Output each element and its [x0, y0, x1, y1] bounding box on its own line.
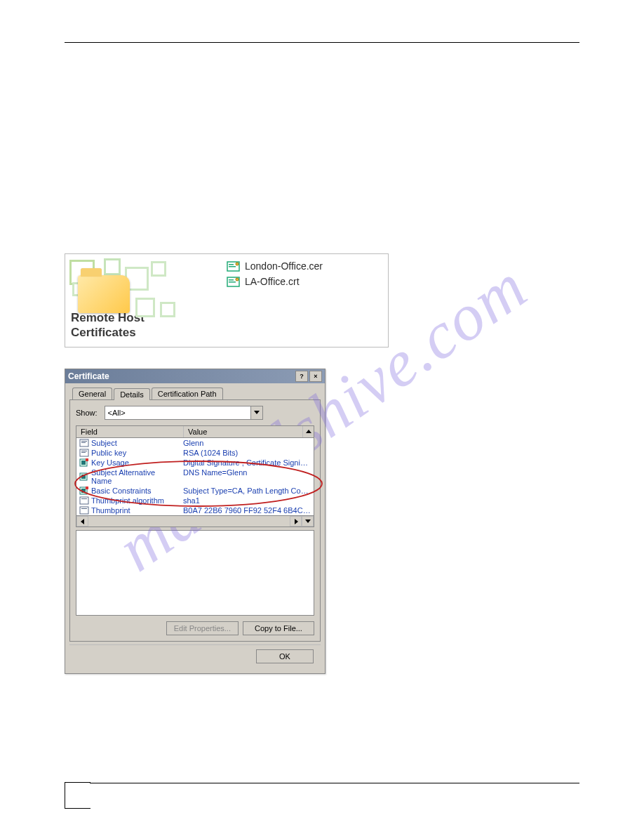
deco-square-icon	[135, 298, 155, 317]
field-label: Public key	[91, 449, 126, 457]
svg-rect-15	[81, 461, 86, 465]
list-row[interactable]: Subject Glenn	[76, 438, 314, 448]
field-label: Key Usage	[91, 458, 129, 467]
field-value: Digital Signature , Certificate Signing(…	[183, 458, 314, 467]
panel-title-line2: Certificates	[71, 326, 136, 339]
panel-left-art: Remote Host Certificates	[65, 254, 227, 347]
list-row[interactable]: Public key RSA (1024 Bits)	[76, 448, 314, 458]
tab-general-label: General	[79, 390, 106, 398]
scroll-right-button[interactable]	[290, 516, 302, 527]
show-filter-value: <All>	[108, 409, 126, 417]
svg-rect-5	[229, 279, 234, 281]
svg-rect-12	[81, 451, 87, 451]
footer-divider	[90, 783, 579, 783]
tab-details-pane: Show: <All> Field Value	[69, 399, 321, 642]
list-row[interactable]: Subject Alternative Name DNS Name=Glenn	[76, 468, 314, 486]
show-filter-dropdown[interactable]: <All>	[105, 406, 263, 420]
svg-rect-1	[229, 264, 234, 265]
field-label: Subject	[91, 439, 117, 447]
panel-title: Remote Host Certificates	[65, 311, 145, 340]
cert-file-label: London-Office.cer	[245, 260, 323, 272]
button-label: OK	[279, 652, 290, 661]
scroll-up-button[interactable]	[302, 426, 314, 437]
cert-field-listbox[interactable]: Field Value Subject Glenn Public key RSA…	[76, 425, 314, 527]
svg-rect-2	[229, 266, 236, 267]
svg-rect-23	[81, 498, 87, 499]
panel-title-line1: Remote Host	[71, 311, 145, 324]
svg-rect-10	[81, 442, 86, 443]
deco-square-icon	[104, 258, 121, 275]
horizontal-scrollbar[interactable]	[76, 515, 314, 527]
help-button[interactable]: ?	[295, 371, 308, 382]
field-label: Thumbprint	[91, 506, 130, 515]
button-label: Edit Properties...	[174, 624, 231, 633]
svg-rect-22	[80, 497, 88, 504]
field-doc-icon	[79, 439, 89, 447]
scroll-left-button[interactable]	[76, 516, 88, 527]
scroll-down-button[interactable]	[302, 516, 314, 527]
field-label: Subject Alternative Name	[91, 468, 177, 485]
question-icon: ?	[300, 373, 304, 380]
list-header: Field Value	[76, 426, 314, 438]
field-value: Subject Type=CA, Path Length Cons...	[183, 486, 314, 495]
tab-certpath-label: Certification Path	[158, 390, 217, 398]
list-row[interactable]: Thumbprint B0A7 22B6 7960 FF92 52F4 6B4C…	[76, 505, 314, 515]
scroll-track[interactable]	[88, 516, 290, 527]
field-value: B0A7 22B6 7960 FF92 52F4 6B4C A2...	[183, 506, 314, 515]
field-ext-icon	[79, 458, 89, 467]
certificate-file-icon	[227, 260, 242, 272]
field-doc-icon	[79, 449, 89, 457]
svg-rect-21	[86, 486, 88, 489]
deco-square-icon	[151, 261, 166, 277]
svg-rect-20	[81, 489, 86, 493]
show-label: Show:	[76, 409, 98, 417]
field-value: RSA (1024 Bits)	[183, 449, 238, 457]
svg-rect-16	[86, 458, 88, 461]
certificate-file-icon	[227, 275, 242, 288]
svg-rect-18	[81, 475, 86, 479]
cert-file-label: LA-Office.crt	[245, 276, 300, 287]
field-ext-icon	[79, 486, 89, 495]
svg-rect-9	[81, 441, 87, 442]
list-row[interactable]: Key Usage Digital Signature , Certificat…	[76, 458, 314, 468]
page-number-box	[65, 782, 90, 809]
cert-file-item[interactable]: LA-Office.crt	[227, 274, 388, 289]
svg-rect-24	[80, 507, 88, 514]
svg-rect-13	[81, 452, 86, 453]
svg-point-7	[236, 278, 239, 281]
svg-rect-25	[81, 508, 87, 509]
col-header-field[interactable]: Field	[76, 426, 184, 437]
field-value: DNS Name=Glenn	[183, 468, 247, 477]
field-value: Glenn	[183, 439, 203, 447]
remote-host-cert-panel: Remote Host Certificates London-Office.c…	[65, 253, 389, 348]
header-divider	[65, 42, 579, 43]
list-row[interactable]: Thumbprint algorithm sha1	[76, 496, 314, 505]
deco-square-icon	[160, 302, 175, 317]
tab-certification-path[interactable]: Certification Path	[152, 388, 223, 399]
cert-file-item[interactable]: London-Office.cer	[227, 258, 388, 274]
dialog-title-text: Certificate	[68, 371, 109, 381]
tab-details-label: Details	[120, 390, 144, 399]
folder-icon	[78, 275, 130, 313]
ok-button[interactable]: OK	[256, 649, 314, 663]
tab-general[interactable]: General	[72, 388, 112, 399]
copy-to-file-button[interactable]: Copy to File...	[243, 621, 314, 635]
field-ext-icon	[79, 472, 89, 481]
col-header-value[interactable]: Value	[184, 426, 302, 437]
field-label: Basic Constraints	[91, 486, 152, 495]
field-doc-icon	[79, 496, 89, 505]
field-value: sha1	[183, 496, 200, 505]
tab-details[interactable]: Details	[114, 388, 150, 400]
field-doc-icon	[79, 506, 89, 515]
panel-file-list: London-Office.cer LA-Office.crt	[227, 254, 388, 347]
field-label: Thumbprint algorithm	[91, 496, 164, 505]
svg-rect-6	[229, 282, 236, 283]
svg-point-3	[236, 263, 239, 265]
button-label: Copy to File...	[255, 624, 302, 633]
list-row[interactable]: Basic Constraints Subject Type=CA, Path …	[76, 486, 314, 496]
dialog-titlebar[interactable]: Certificate ? ×	[65, 369, 325, 383]
edit-properties-button: Edit Properties...	[166, 621, 239, 635]
